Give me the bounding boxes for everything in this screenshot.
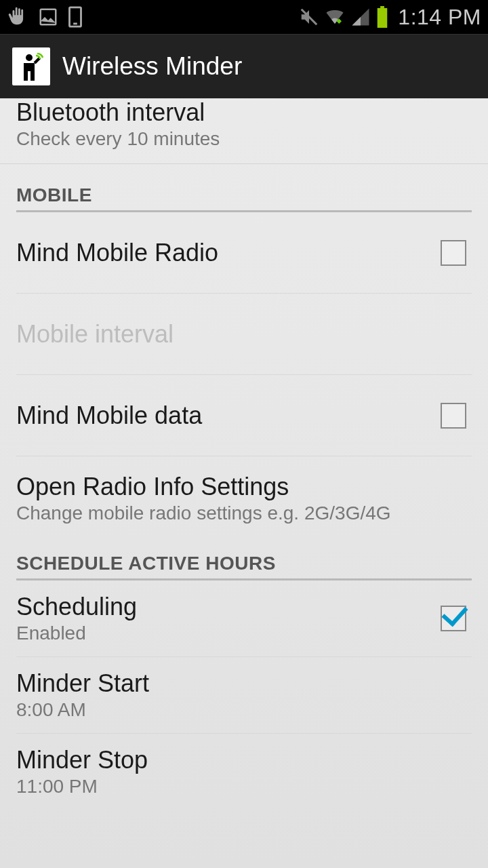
svg-point-6 xyxy=(26,54,33,61)
status-left xyxy=(7,5,84,28)
app-bar: Wireless Minder xyxy=(0,34,488,98)
setting-bluetooth-interval[interactable]: Bluetooth interval Check every 10 minute… xyxy=(0,98,488,164)
wifi-icon xyxy=(325,7,345,27)
setting-mobile-interval: Mobile interval xyxy=(16,294,472,375)
setting-mind-mobile-data[interactable]: Mind Mobile data xyxy=(16,375,472,456)
image-icon xyxy=(38,7,58,27)
setting-title: Mobile interval xyxy=(16,320,174,349)
signal-icon xyxy=(350,7,371,27)
checkbox-mind-mobile-radio[interactable] xyxy=(441,240,466,266)
setting-title: Scheduling xyxy=(16,593,137,621)
setting-title: Bluetooth interval xyxy=(16,98,220,127)
setting-open-radio-info[interactable]: Open Radio Info Settings Change mobile r… xyxy=(16,456,472,532)
setting-minder-start[interactable]: Minder Start 8:00 AM xyxy=(16,657,472,734)
status-bar: 1:14 PM xyxy=(0,0,488,34)
setting-title: Mind Mobile Radio xyxy=(16,239,218,267)
checkbox-scheduling[interactable] xyxy=(441,606,466,631)
checkbox-mind-mobile-data[interactable] xyxy=(441,403,466,429)
setting-scheduling[interactable]: Scheduling Enabled xyxy=(16,580,472,657)
setting-mind-mobile-radio[interactable]: Mind Mobile Radio xyxy=(16,212,472,294)
setting-subtitle: 11:00 PM xyxy=(16,776,148,797)
svg-rect-5 xyxy=(378,8,388,28)
setting-subtitle: 8:00 AM xyxy=(16,699,149,721)
status-time: 1:14 PM xyxy=(398,5,481,30)
app-title: Wireless Minder xyxy=(62,52,242,81)
setting-subtitle: Check every 10 minutes xyxy=(16,128,220,150)
setting-subtitle: Enabled xyxy=(16,623,137,644)
battery-icon xyxy=(376,6,388,28)
setting-subtitle: Change mobile radio settings e.g. 2G/3G/… xyxy=(16,502,391,524)
setting-title: Minder Start xyxy=(16,669,149,698)
phone-icon xyxy=(66,5,84,28)
mute-icon xyxy=(299,7,319,27)
setting-title: Open Radio Info Settings xyxy=(16,473,391,501)
hand-icon xyxy=(7,5,30,28)
section-header-mobile: MOBILE xyxy=(16,164,472,212)
status-right: 1:14 PM xyxy=(299,5,481,30)
svg-rect-4 xyxy=(380,6,384,8)
app-logo-icon xyxy=(12,47,50,85)
setting-title: Minder Stop xyxy=(16,746,148,774)
setting-minder-stop[interactable]: Minder Stop 11:00 PM xyxy=(16,734,472,810)
setting-title: Mind Mobile data xyxy=(16,401,202,430)
settings-list: Bluetooth interval Check every 10 minute… xyxy=(0,98,488,810)
section-header-schedule: SCHEDULE ACTIVE HOURS xyxy=(16,532,472,580)
